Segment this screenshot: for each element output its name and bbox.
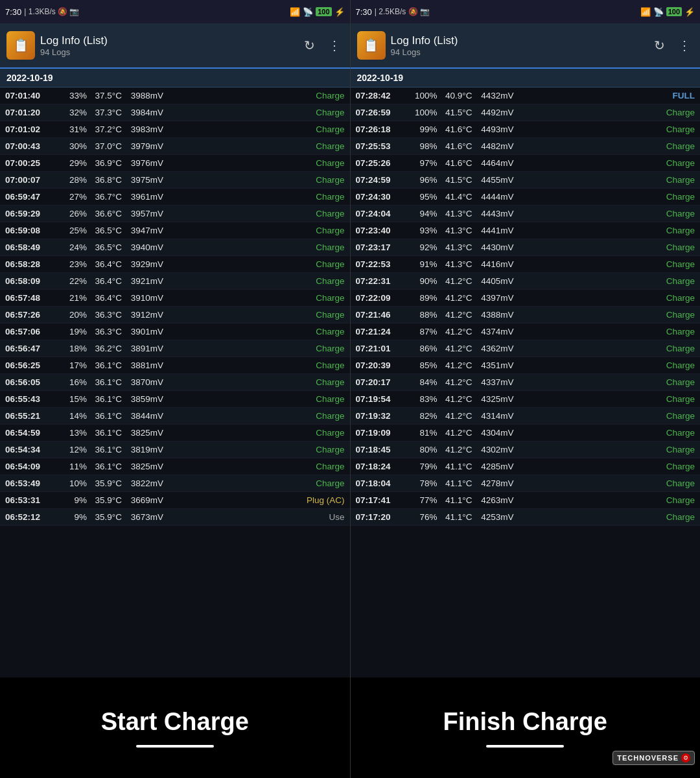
col-pct: 89% [409,293,438,303]
col-time: 06:54:34 [5,445,58,454]
col-status: Charge [163,428,345,438]
col-status: Charge [163,310,345,320]
col-mv: 3819mV [122,445,163,454]
refresh-button-left[interactable]: ↻ [301,35,318,56]
bottom-bar-right [486,745,564,748]
col-time: 07:20:17 [356,377,409,387]
col-mv: 4351mV [472,360,514,370]
col-mv: 4482mV [472,141,514,151]
log-row: 07:22:31 90% 41.2°C 4405mV Charge [351,273,701,290]
col-pct: 95% [409,192,438,202]
col-mv: 4337mV [472,377,514,387]
col-temp: 35.9°C [87,495,122,505]
col-temp: 41.2°C [438,293,472,303]
col-pct: 100% [409,108,438,117]
col-mv: 4443mV [472,209,514,218]
col-time: 07:26:18 [356,124,409,134]
log-row: 07:25:53 98% 41.6°C 4482mV Charge [351,138,701,155]
col-time: 06:56:47 [5,344,58,353]
col-mv: 4441mV [472,226,514,235]
col-time: 07:18:04 [356,478,409,488]
col-pct: 93% [409,226,438,235]
col-temp: 36.3°C [87,327,122,336]
col-pct: 9% [58,495,87,505]
col-temp: 36.4°C [87,293,122,303]
col-time: 07:18:45 [356,445,409,454]
log-row: 07:21:24 87% 41.2°C 4374mV Charge [351,324,701,340]
col-pct: 12% [58,445,87,454]
log-row: 07:26:59 100% 41.5°C 4492mV Charge [351,104,701,121]
col-status: Charge [514,411,695,421]
col-time: 07:17:41 [356,495,409,505]
col-mv: 3976mV [122,158,163,168]
col-status: Charge [514,495,695,505]
col-status: Charge [163,377,345,387]
col-mv: 3957mV [122,209,163,218]
col-temp: 41.2°C [438,377,472,387]
col-pct: 92% [409,242,438,252]
col-status: Charge [514,445,695,454]
col-mv: 3901mV [122,327,163,336]
col-status: Charge [514,209,695,218]
log-row: 07:17:41 77% 41.1°C 4263mV Charge [351,492,701,509]
col-status: Charge [163,209,345,218]
col-time: 06:53:31 [5,495,58,505]
log-row: 06:54:34 12% 36.1°C 3819mV Charge [0,442,350,458]
col-temp: 37.3°C [87,108,122,117]
col-mv: 3859mV [122,394,163,404]
technoverse-text: TECHNOVERSE [617,754,679,762]
col-pct: 21% [58,293,87,303]
log-table-right[interactable]: 07:28:42 100% 40.9°C 4432mV FULL 07:26:5… [351,88,701,678]
col-temp: 41.2°C [438,428,472,438]
col-pct: 9% [58,512,87,522]
col-time: 07:17:20 [356,512,409,522]
col-time: 06:58:28 [5,259,58,269]
col-time: 07:24:59 [356,175,409,185]
log-row: 06:57:26 20% 36.3°C 3912mV Charge [0,307,350,324]
status-left-left: 7:30 | 1.3KB/s 🔕 📷 [5,7,79,17]
col-time: 07:00:25 [5,158,58,168]
col-mv: 3912mV [122,310,163,320]
col-time: 06:59:47 [5,192,58,202]
log-row: 07:25:26 97% 41.6°C 4464mV Charge [351,155,701,172]
col-time: 07:21:24 [356,327,409,336]
menu-button-right[interactable]: ⋮ [675,35,694,56]
col-status: Charge [163,158,345,168]
col-time: 07:01:02 [5,124,58,134]
status-left-right: 7:30 | 2.5KB/s 🔕 📷 [356,7,430,17]
col-status: Charge [514,141,695,151]
col-time: 07:28:42 [356,91,409,100]
col-pct: 27% [58,192,87,202]
app-icon-right: 📋 [357,31,386,60]
log-row: 07:26:18 99% 41.6°C 4493mV Charge [351,121,701,138]
log-row: 07:19:54 83% 41.2°C 4325mV Charge [351,391,701,408]
col-status: Charge [163,124,345,134]
log-row: 07:18:04 78% 41.1°C 4278mV Charge [351,475,701,492]
wifi-icon-right: 📡 [653,7,664,17]
log-row: 07:00:43 30% 37.0°C 3979mV Charge [0,138,350,155]
log-row: 07:21:01 86% 41.2°C 4362mV Charge [351,340,701,357]
log-row: 07:18:45 80% 41.2°C 4302mV Charge [351,442,701,458]
col-pct: 86% [409,344,438,353]
col-status: Charge [514,242,695,252]
col-pct: 96% [409,175,438,185]
col-pct: 10% [58,478,87,488]
col-temp: 36.1°C [87,360,122,370]
col-time: 07:18:24 [356,462,409,471]
log-table-left[interactable]: 07:01:40 33% 37.5°C 3988mV Charge 07:01:… [0,88,350,678]
menu-button-left[interactable]: ⋮ [325,35,344,56]
col-temp: 41.2°C [438,310,472,320]
log-row: 07:17:20 76% 41.1°C 4253mV Charge [351,509,701,526]
col-mv: 3825mV [122,462,163,471]
col-temp: 41.2°C [438,394,472,404]
col-mv: 3983mV [122,124,163,134]
col-time: 07:00:07 [5,175,58,185]
battery-right: 100 [666,7,682,16]
col-status: Charge [163,327,345,336]
log-row: 06:55:21 14% 36.1°C 3844mV Charge [0,408,350,425]
log-row: 07:19:32 82% 41.2°C 4314mV Charge [351,408,701,425]
log-row: 07:24:04 94% 41.3°C 4443mV Charge [351,206,701,222]
col-mv: 3940mV [122,242,163,252]
col-mv: 4325mV [472,394,514,404]
refresh-button-right[interactable]: ↻ [651,35,668,56]
